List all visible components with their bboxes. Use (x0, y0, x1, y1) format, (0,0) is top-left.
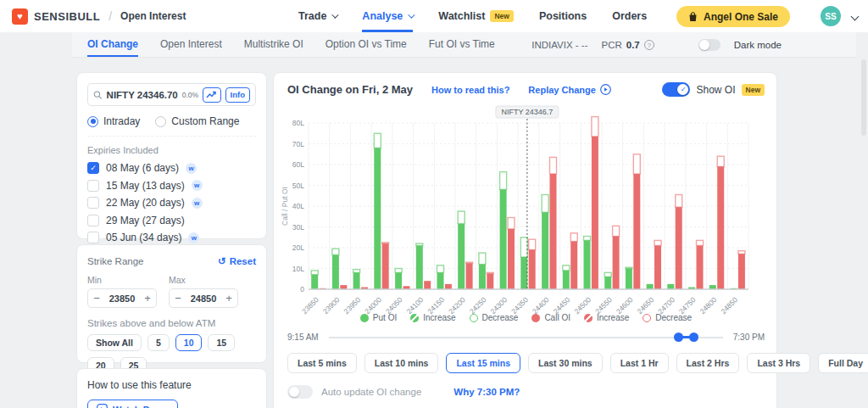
tab-oi-change[interactable]: OI Change (87, 32, 138, 57)
tab-multistrike-oi[interactable]: Multistrike OI (244, 32, 303, 57)
time-button-last-10-mins[interactable]: Last 10 mins (364, 353, 439, 373)
breadcrumb-separator: / (108, 9, 112, 23)
time-button-full-day[interactable]: Full Day (818, 353, 868, 373)
max-strike-value: 24850 (186, 293, 220, 304)
svg-text:80L: 80L (292, 119, 304, 127)
svg-text:40L: 40L (292, 202, 304, 210)
expiry-label: 05 Jun (34 days) (106, 232, 181, 243)
time-button-last-30-mins[interactable]: Last 30 mins (528, 353, 603, 373)
expiry-item[interactable]: 05 Jun (34 days)w (87, 232, 256, 243)
reset-icon: ↺ (218, 255, 226, 267)
slider-track[interactable] (329, 337, 723, 338)
legend-item-decrease: Decrease (643, 313, 692, 322)
nav-item-watchlist[interactable]: WatchlistNew (438, 0, 514, 32)
reset-button[interactable]: ↺Reset (218, 255, 256, 267)
checkbox-icon[interactable] (87, 180, 99, 192)
breadcrumb: Open Interest (120, 10, 186, 22)
radio-intraday[interactable]: Intraday (87, 115, 140, 127)
min-decrement-button[interactable]: − (88, 292, 105, 305)
expiry-label: 08 May (6 days) (106, 162, 179, 174)
max-strike-stepper: − 24850 + (169, 288, 238, 308)
legend-striped-icon (584, 314, 593, 322)
legend-item-decrease: Decrease (470, 313, 519, 322)
nav-item-analyse[interactable]: Analyse (362, 0, 413, 32)
min-strike-value: 23850 (105, 293, 139, 304)
legend-label: Decrease (655, 313, 692, 322)
chart-trend-icon[interactable] (203, 87, 220, 103)
nav-item-orders[interactable]: Orders (612, 0, 647, 32)
nav-item-positions[interactable]: Positions (539, 0, 587, 32)
min-strike-stepper: − 23850 + (87, 288, 157, 308)
nav-item-trade[interactable]: Trade (298, 0, 337, 32)
weekly-badge: w (192, 198, 203, 209)
slider-handle-left[interactable] (674, 333, 683, 342)
replay-change-link[interactable]: Replay Change (528, 84, 610, 95)
play-icon (97, 404, 108, 408)
max-increment-button[interactable]: + (220, 292, 237, 305)
oi-chart-svg[interactable]: 010L20L30L40L50L60L70L80L238502390023950… (281, 105, 771, 319)
symbol-search-input[interactable]: NIFTY 24346.70 0.0% Info (87, 83, 256, 106)
show-oi-label: Show OI (696, 84, 735, 96)
chart-header: OI Change on Fri, 2 May How to read this… (274, 73, 776, 97)
info-button[interactable]: Info (225, 87, 250, 103)
avatar[interactable]: SS (821, 6, 841, 26)
legend-label: Increase (423, 313, 455, 322)
why-730-link[interactable]: Why 7:30 PM? (453, 387, 520, 397)
svg-text:10L: 10L (292, 265, 304, 273)
expiry-item[interactable]: 29 May (27 days) (87, 215, 256, 226)
dark-mode-toggle[interactable] (698, 39, 721, 51)
watch-demo-label: Watch Demo (113, 405, 169, 408)
max-decrement-button[interactable]: − (170, 292, 186, 305)
time-button-last-15-mins[interactable]: Last 15 mins (446, 353, 520, 373)
how-to-read-link[interactable]: How to read this? (431, 85, 509, 95)
sensibull-logo-icon[interactable]: ♥ (12, 8, 28, 25)
tab-option-oi-vs-time[interactable]: Option OI vs Time (326, 32, 407, 57)
radio-custom-range[interactable]: Custom Range (155, 115, 239, 127)
expiry-item[interactable]: 15 May (13 days)w (87, 180, 256, 192)
checkbox-icon[interactable] (87, 232, 99, 243)
atm-option-15[interactable]: 15 (208, 334, 235, 351)
angel-one-sale-button[interactable]: Angel One Sale (676, 6, 790, 27)
page-scrollbar[interactable] (861, 59, 866, 136)
atm-option-10[interactable]: 10 (175, 334, 203, 351)
atm-option-5[interactable]: 5 (147, 334, 170, 351)
expiry-item[interactable]: ✓08 May (6 days)w (87, 162, 256, 174)
range-mode-group: IntradayCustom Range (87, 115, 256, 137)
subnav-right: INDIAVIX - -- PCR0.7 ? Dark mode (531, 32, 782, 58)
radio-dot-icon (87, 116, 98, 127)
min-increment-button[interactable]: + (139, 292, 156, 305)
how-to-card: How to use this feature Watch Demo (76, 368, 267, 408)
time-button-last-5-mins[interactable]: Last 5 mins (287, 353, 357, 373)
expiry-item[interactable]: 22 May (20 days)w (87, 197, 256, 209)
expiries-title: Expiries Included (87, 145, 256, 155)
svg-text:NIFTY 24346.7: NIFTY 24346.7 (501, 108, 553, 116)
weekly-badge: w (192, 180, 203, 191)
checkbox-icon[interactable]: ✓ (87, 162, 99, 174)
expiry-label: 15 May (13 days) (106, 180, 185, 192)
atm-option-show-all[interactable]: Show All (87, 334, 142, 351)
show-oi-toggle[interactable]: ✓ (662, 82, 690, 97)
checkbox-icon[interactable] (87, 215, 99, 226)
auto-update-toggle[interactable] (287, 385, 313, 399)
time-button-last-3-hrs[interactable]: Last 3 Hrs (747, 353, 810, 373)
time-slider: 9:15 AM 7:30 PM (287, 333, 765, 342)
legend-item-put-oi: Put OI (360, 313, 397, 322)
watch-demo-button[interactable]: Watch Demo (87, 400, 178, 408)
tab-open-interest[interactable]: Open Interest (160, 32, 222, 57)
expiry-label: 29 May (27 days) (106, 215, 185, 226)
tab-fut-oi-vs-time[interactable]: Fut OI vs Time (429, 32, 495, 57)
indiavix-value: INDIAVIX - -- (531, 40, 587, 50)
dark-mode-label: Dark mode (734, 40, 782, 50)
checkbox-icon[interactable] (87, 197, 99, 209)
time-button-last-1-hr[interactable]: Last 1 Hr (610, 353, 669, 373)
svg-text:50L: 50L (292, 182, 304, 190)
pcr-help-icon[interactable]: ? (644, 40, 654, 50)
min-label: Min (87, 275, 157, 285)
legend-item-call-oi: Call OI (531, 313, 570, 322)
chevron-down-icon[interactable] (851, 13, 860, 21)
time-button-last-2-hrs[interactable]: Last 2 Hrs (676, 353, 740, 373)
legend-label: Decrease (482, 313, 519, 322)
oi-bar-chart[interactable]: 010L20L30L40L50L60L70L80L238502390023950… (281, 105, 771, 319)
weekly-badge: w (186, 163, 197, 174)
slider-handle-right[interactable] (689, 333, 698, 342)
